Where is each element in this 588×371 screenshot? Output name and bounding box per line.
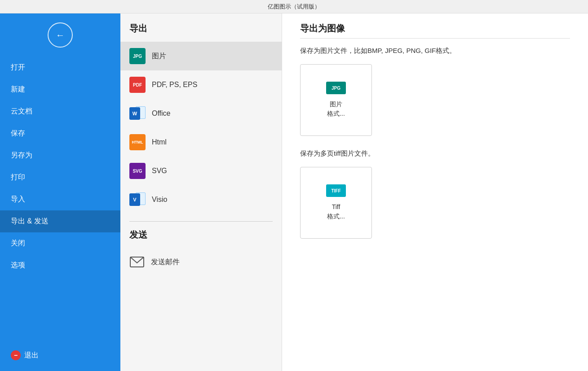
pdf-icon: PDF: [129, 77, 146, 93]
sidebar-item-options[interactable]: 选项: [0, 254, 120, 276]
right-panel: 导出为图像 保存为图片文件，比如BMP, JPEG, PNG, GIF格式。 J…: [282, 13, 588, 371]
menu-item-visio[interactable]: V Visio: [120, 185, 282, 214]
title-bar: 亿图图示（试用版）: [0, 0, 588, 13]
export-section-title: 导出: [120, 22, 282, 42]
sidebar-item-print[interactable]: 打印: [0, 166, 120, 188]
title-text: 亿图图示（试用版）: [268, 3, 320, 11]
visio-doc-front: V: [129, 193, 140, 206]
jpg-export-card[interactable]: JPG 图片格式...: [300, 64, 372, 136]
menu-item-office-label: Office: [152, 109, 171, 118]
sidebar-item-close[interactable]: 关闭: [0, 232, 120, 254]
jpg-card-icon: JPG: [326, 82, 346, 94]
tiff-cards-container: TIFF Tiff格式...: [300, 167, 570, 239]
sidebar-item-new[interactable]: 新建: [0, 79, 120, 100]
send-section-title: 发送: [120, 229, 282, 248]
menu-item-html-label: Html: [152, 138, 167, 146]
menu-item-pdf[interactable]: PDF PDF, PS, EPS: [120, 70, 282, 99]
svg-icon: SVG: [129, 163, 146, 179]
back-button[interactable]: ←: [48, 22, 73, 48]
menu-item-pdf-label: PDF, PS, EPS: [152, 81, 197, 89]
visio-icon-wrap: V: [129, 192, 146, 208]
menu-item-email[interactable]: 发送邮件: [120, 248, 282, 276]
section-divider: [129, 221, 273, 222]
tiff-export-card[interactable]: TIFF Tiff格式...: [300, 167, 372, 239]
menu-item-svg[interactable]: SVG SVG: [120, 157, 282, 185]
back-icon: ←: [56, 30, 65, 40]
middle-panel: 导出 JPG 图片 PDF PDF, PS, EPS W Office HTML…: [120, 13, 282, 371]
right-panel-divider: [300, 38, 570, 39]
sidebar-item-save[interactable]: 保存: [0, 122, 120, 144]
menu-item-image[interactable]: JPG 图片: [120, 42, 282, 70]
image-cards-container: JPG 图片格式...: [300, 64, 570, 136]
jpg-card-label: 图片格式...: [327, 100, 345, 118]
menu-item-office[interactable]: W Office: [120, 99, 282, 128]
menu-item-visio-label: Visio: [152, 196, 167, 204]
sidebar-item-cloud[interactable]: 云文档: [0, 100, 120, 122]
jpg-icon: JPG: [129, 48, 146, 64]
html-icon: HTML: [129, 134, 146, 150]
office-doc-front: W: [129, 107, 140, 120]
menu-item-html[interactable]: HTML Html: [120, 128, 282, 157]
sidebar: ← 打开 新建 云文档 保存 另存为 打印 导入 导出 & 发送 关闭 选项: [0, 13, 120, 371]
email-icon: [129, 254, 145, 270]
menu-item-email-label: 发送邮件: [151, 258, 180, 267]
sidebar-item-exit[interactable]: − 退出: [0, 344, 120, 367]
sidebar-item-saveas[interactable]: 另存为: [0, 144, 120, 166]
sidebar-item-open[interactable]: 打开: [0, 57, 120, 79]
tiff-card-icon: TIFF: [326, 184, 346, 197]
sidebar-item-export[interactable]: 导出 & 发送: [0, 210, 120, 232]
exit-icon: −: [11, 350, 21, 360]
office-icon-wrap: W: [129, 105, 146, 122]
tiff-description: 保存为多页tiff图片文件。: [300, 149, 570, 158]
tiff-card-label: Tiff格式...: [327, 202, 345, 221]
main-layout: ← 打开 新建 云文档 保存 另存为 打印 导入 导出 & 发送 关闭 选项: [0, 13, 588, 371]
right-panel-description: 保存为图片文件，比如BMP, JPEG, PNG, GIF格式。: [300, 47, 570, 55]
sidebar-item-import[interactable]: 导入: [0, 188, 120, 210]
right-panel-title: 导出为图像: [300, 22, 570, 35]
menu-item-image-label: 图片: [152, 52, 166, 61]
menu-item-svg-label: SVG: [152, 167, 167, 175]
